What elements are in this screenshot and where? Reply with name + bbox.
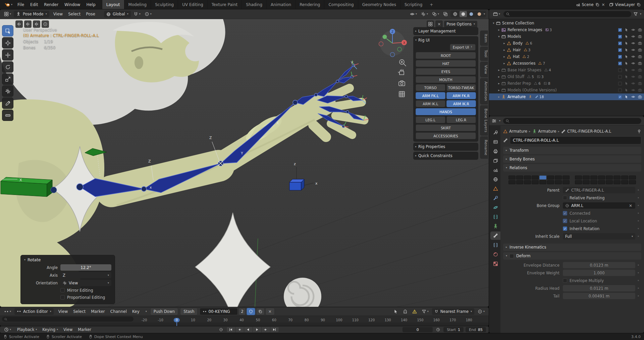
- envelope-weight-field[interactable]: 1.000: [563, 270, 635, 276]
- rig-button-accessories[interactable]: ACCESSORIES: [416, 132, 476, 139]
- selectable-toggle[interactable]: [625, 95, 629, 99]
- filter-funnel-icon[interactable]: [633, 12, 638, 16]
- ruler-tick[interactable]: 50: [256, 318, 260, 322]
- ruler-tick[interactable]: 10: [191, 318, 195, 322]
- ghost-frames-toggle[interactable]: [401, 308, 409, 315]
- editor-type-button[interactable]: ▾: [3, 308, 12, 315]
- outliner-row-models[interactable]: ▾Models: [489, 33, 644, 40]
- sidebar-tab-bone-layers[interactable]: Bone Layers: [480, 105, 488, 136]
- bone-layer-cell[interactable]: [532, 176, 539, 180]
- menu-file[interactable]: File: [14, 0, 27, 9]
- frame-ruler[interactable]: -20-100102030405060708090100110120130140…: [0, 316, 489, 323]
- animate-dot-icon[interactable]: •: [635, 226, 641, 231]
- timeline-menu-marker[interactable]: Marker: [75, 327, 94, 332]
- ruler-tick[interactable]: 70: [288, 318, 292, 322]
- properties-tab-render[interactable]: [490, 138, 500, 146]
- bone-layer-cell[interactable]: [562, 176, 570, 180]
- hide-toggle[interactable]: [631, 28, 635, 32]
- animate-dot-icon[interactable]: •: [635, 278, 641, 283]
- channel-search-input[interactable]: [2, 317, 133, 322]
- timeline-menu-playback[interactable]: Playback▾: [14, 327, 40, 332]
- dopesheet-channel-area[interactable]: [0, 323, 489, 326]
- outliner-row-armature[interactable]: ▸Armature18: [489, 93, 644, 100]
- breadcrumb-data[interactable]: Armature: [538, 129, 556, 134]
- workspace-tab-shading[interactable]: Shading: [241, 0, 266, 9]
- bone-layer-cell[interactable]: [508, 180, 516, 184]
- bone-layer-cell[interactable]: [539, 180, 546, 184]
- envelope-multiply-checkbox[interactable]: [563, 278, 567, 283]
- ruler-tick[interactable]: 110: [352, 318, 359, 322]
- properties-search-input[interactable]: [503, 118, 641, 124]
- properties-tab-physics[interactable]: [490, 203, 500, 212]
- selectable-toggle[interactable]: [625, 41, 629, 45]
- proportional-editing-checkbox[interactable]: [60, 295, 65, 299]
- workspace-tab-texture-paint[interactable]: Texture Paint: [207, 0, 241, 9]
- editor-type-button[interactable]: ▾: [3, 326, 12, 333]
- dopesheet-menu-marker[interactable]: Marker: [88, 307, 107, 316]
- rig-button-hands[interactable]: HANDS: [416, 108, 476, 115]
- ruler-tick[interactable]: 30: [223, 318, 228, 322]
- menu-window[interactable]: Window: [61, 0, 83, 9]
- ruler-tick[interactable]: 150: [417, 318, 423, 322]
- play-reverse-button[interactable]: [244, 327, 253, 332]
- render-visibility-toggle[interactable]: [638, 68, 642, 72]
- tool-measure[interactable]: [2, 110, 13, 121]
- chevron-right-icon[interactable]: ▸: [496, 68, 501, 72]
- proportional-editing-button[interactable]: ▾: [476, 308, 486, 315]
- sidebar-tab-tool[interactable]: Tool: [480, 47, 488, 61]
- panel-rig-properties[interactable]: ▸Rig Properties: [415, 143, 476, 150]
- transform-pivot-button[interactable]: [427, 20, 434, 28]
- properties-tab-scene[interactable]: [490, 166, 500, 174]
- bone-layer-cell[interactable]: [590, 176, 597, 180]
- workspace-tab-scripting[interactable]: Scripting: [400, 0, 426, 9]
- snap-mode-selector[interactable]: Nearest Frame▾: [432, 308, 474, 315]
- render-visibility-toggle[interactable]: [638, 28, 642, 32]
- view-layer-selector[interactable]: ViewLayer: [609, 2, 641, 7]
- clear-bone-group-button[interactable]: ×: [628, 204, 633, 208]
- tool-cursor3d[interactable]: [2, 37, 13, 49]
- green-box-bone[interactable]: [1, 177, 52, 197]
- local-location-checkbox[interactable]: [563, 219, 567, 223]
- panel-bendy-bones[interactable]: ▸Bendy Bones: [503, 155, 641, 163]
- bone-layer-cell[interactable]: [575, 176, 582, 180]
- shading-rendered-button[interactable]: [476, 11, 483, 17]
- menu-render[interactable]: Render: [41, 0, 61, 9]
- chevron-right-icon[interactable]: ▸: [496, 28, 501, 31]
- snap-toggle[interactable]: ▾: [132, 11, 142, 17]
- properties-tab-world[interactable]: [490, 175, 500, 184]
- rig-button-eyes[interactable]: EYES: [416, 68, 476, 75]
- pose-options-dropdown[interactable]: Pose Options ▾: [444, 21, 477, 27]
- bone-layer-cell[interactable]: [583, 180, 590, 184]
- preview-range-toggle[interactable]: [435, 326, 441, 333]
- tool-transform[interactable]: [2, 85, 13, 97]
- animate-dot-icon[interactable]: •: [635, 188, 641, 193]
- object-visibility-button[interactable]: ▾: [409, 11, 418, 17]
- panel-relations[interactable]: ▾Relations: [503, 164, 641, 172]
- ruler-tick[interactable]: 180: [466, 318, 472, 322]
- play-button[interactable]: [253, 327, 262, 332]
- menu-edit[interactable]: Edit: [27, 0, 41, 9]
- new-scene-icon[interactable]: [595, 3, 599, 7]
- parent-field[interactable]: CTRL-FINGER-A.L: [563, 187, 635, 193]
- ruler-tick[interactable]: 60: [272, 318, 276, 322]
- rig-button-hat[interactable]: HAT: [416, 60, 476, 67]
- hide-toggle[interactable]: [631, 81, 635, 85]
- chevron-right-icon[interactable]: ▸: [496, 88, 501, 92]
- breadcrumb-object[interactable]: Armature: [509, 129, 527, 134]
- push-down-button[interactable]: Push Down: [150, 308, 178, 315]
- outliner-row-render-prep[interactable]: ▸Render Prep68: [489, 80, 644, 87]
- workspace-tab-layout[interactable]: Layout: [102, 0, 124, 9]
- outliner-row-base-hair-shapes[interactable]: ▸Base Hair Shapes4: [489, 67, 644, 73]
- animate-dot-icon[interactable]: •: [635, 234, 641, 239]
- selectable-toggle[interactable]: [625, 75, 629, 79]
- workspace-tab-animation[interactable]: Animation: [266, 0, 295, 9]
- panel-quick-constraints[interactable]: ▸Quick Constraints: [415, 152, 476, 159]
- ruler-tick[interactable]: 160: [433, 318, 440, 322]
- chevron-right-icon[interactable]: ▸: [496, 95, 501, 98]
- exclude-checkbox[interactable]: [618, 88, 622, 92]
- selectable-toggle[interactable]: [625, 28, 629, 32]
- outliner-row-accessories[interactable]: ▸Accessories7: [489, 60, 644, 67]
- filter-funnel-button[interactable]: ▾: [420, 308, 430, 315]
- workspace-tab-sculpting[interactable]: Sculpting: [151, 0, 178, 9]
- shading-wireframe-button[interactable]: [451, 11, 459, 17]
